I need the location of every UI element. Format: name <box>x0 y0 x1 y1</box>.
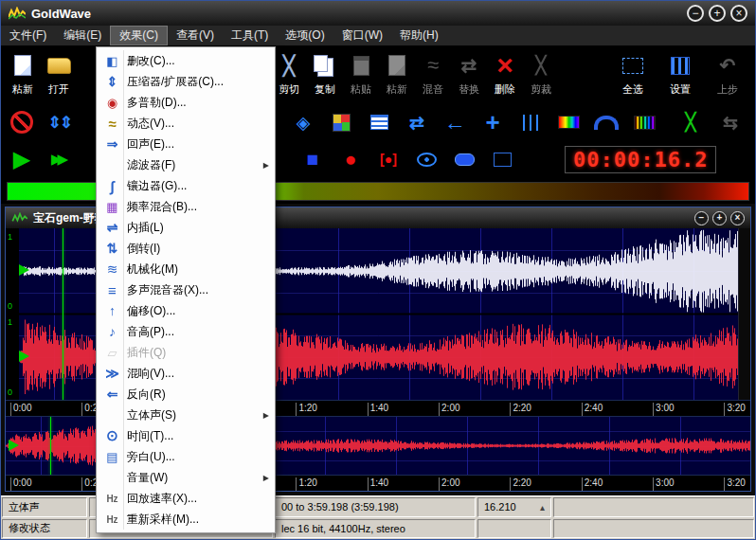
left-arrow-button[interactable] <box>441 110 468 135</box>
color-quad-button[interactable] <box>328 110 354 135</box>
menu-item-invert[interactable]: 倒转(I) <box>99 238 273 259</box>
swap-arrows-icon <box>404 110 430 135</box>
doc-close-button[interactable]: × <box>730 211 745 225</box>
scale-label: 0 <box>8 301 12 311</box>
eye-button[interactable] <box>413 147 440 171</box>
menu-item-volume[interactable]: 音量(W)▶ <box>99 467 273 488</box>
menu-item-label: 机械化(M) <box>127 261 269 278</box>
spectrum-button[interactable] <box>631 110 657 135</box>
menu-item-reverb[interactable]: 混响(V)... <box>99 363 273 384</box>
menu-item-time[interactable]: 时间(T)... <box>99 425 273 446</box>
grid-button[interactable] <box>489 147 515 171</box>
record-button[interactable] <box>337 147 364 171</box>
vertical-scrollbar[interactable] <box>738 228 750 400</box>
menu-item-stereo[interactable]: 立体声(S)▶ <box>99 405 273 425</box>
menu-item-plugin[interactable]: 插件(Q) <box>99 342 273 363</box>
fast-play-icon <box>46 147 73 171</box>
scale-label: 0 <box>8 387 12 397</box>
menu-item-pitch[interactable]: 音高(P)... <box>99 321 273 342</box>
menu-item-mechanize[interactable]: 机械化(M) <box>99 259 273 279</box>
close-button[interactable]: × <box>730 5 747 22</box>
open-button[interactable]: 打开 <box>41 49 77 97</box>
scale-label: 1 <box>8 232 12 242</box>
menu-options[interactable]: 选项(O) <box>277 26 333 45</box>
menu-tools[interactable]: 工具(T) <box>223 26 277 45</box>
faders-button[interactable] <box>517 110 544 135</box>
paste-new-button[interactable]: 粘新 <box>5 49 41 97</box>
mix-button[interactable]: 混音 <box>415 49 451 97</box>
menu-item-frequency-blend[interactable]: 频率混合(B)... <box>99 196 273 217</box>
menu-item-label: 混响(V)... <box>127 366 269 382</box>
paste-button[interactable]: 粘贴 <box>343 49 379 97</box>
maximize-button[interactable]: + <box>709 5 726 22</box>
value-cell[interactable]: 16.210 <box>477 497 551 517</box>
doc-maximize-button[interactable]: + <box>712 211 727 225</box>
play-button[interactable] <box>9 147 35 171</box>
updown-arrows-button[interactable] <box>46 110 73 135</box>
menu-help[interactable]: 帮助(H) <box>391 26 447 45</box>
play-position-icon <box>19 351 35 362</box>
arch-button[interactable] <box>593 110 620 135</box>
time-tick: 2:00 <box>439 477 459 491</box>
record-selection-button[interactable] <box>375 147 402 171</box>
menu-effects[interactable]: 效果(C) <box>110 26 168 45</box>
gray-arrows-button[interactable] <box>717 110 744 135</box>
menu-edit[interactable]: 编辑(E) <box>55 26 110 45</box>
menu-item-reverse[interactable]: 反向(R) <box>99 384 273 405</box>
up-triangle-icon[interactable] <box>540 502 545 513</box>
frequency-blend-icon <box>102 198 122 215</box>
menu-item-offset[interactable]: 偏移(O)... <box>99 300 273 321</box>
copy-button[interactable]: 复制 <box>307 49 343 97</box>
menu-item-interpolate[interactable]: 内插(L) <box>99 217 273 238</box>
no-entry-button[interactable] <box>9 110 35 135</box>
interpolate-icon <box>102 219 122 236</box>
rainbow-button[interactable] <box>555 110 582 135</box>
toolbar-label: 打开 <box>48 82 69 97</box>
toolbar-label: 混音 <box>423 82 443 97</box>
fast-play-button[interactable] <box>46 147 73 171</box>
move-cross-button[interactable] <box>479 110 506 135</box>
menu-item-playback-rate[interactable]: 回放速率(X)... <box>99 488 273 509</box>
menu-item-censor[interactable]: 删改(C)... <box>99 50 273 71</box>
minimize-button[interactable]: − <box>687 5 704 22</box>
green-x-button[interactable] <box>677 110 704 135</box>
menu-item-voice-over[interactable]: 旁白(U)... <box>99 446 273 467</box>
doc-minimize-button[interactable]: − <box>694 211 709 225</box>
time-tick: 0:00 <box>10 403 31 416</box>
swap-arrows-button[interactable] <box>404 110 430 135</box>
settings-button[interactable]: 设置 <box>662 49 698 97</box>
replace-button[interactable]: 替换 <box>451 49 487 97</box>
dynamics-icon <box>102 115 122 132</box>
menu-item-compressor[interactable]: 压缩器/扩展器(C)... <box>99 71 273 92</box>
playhead-marker[interactable] <box>63 228 63 400</box>
channel-mode-cell[interactable]: 立体声 <box>2 497 87 517</box>
modify-status-cell[interactable]: 修改状态 <box>2 519 87 539</box>
time-tick: 1:40 <box>368 403 388 416</box>
gray-arrows-icon <box>717 110 744 135</box>
select-all-button[interactable]: 全选 <box>615 49 651 97</box>
delete-button[interactable]: 删除 <box>487 49 523 97</box>
menu-view[interactable]: 查看(V) <box>168 26 223 45</box>
menu-item-dynamics[interactable]: 动态(V)... <box>99 113 273 134</box>
undo-button[interactable]: 上步 <box>710 49 746 97</box>
playlist-button[interactable] <box>366 110 392 135</box>
stop-button[interactable] <box>299 147 326 171</box>
menu-item-doppler[interactable]: 多普勒(D)... <box>99 92 273 113</box>
goldwave-logo-icon <box>9 7 26 20</box>
menu-item-filter[interactable]: 滤波器(F)▶ <box>99 154 273 175</box>
menu-item-mixer[interactable]: 多声混音器(X)... <box>99 279 273 300</box>
cut-button[interactable]: 剪切 <box>271 49 307 97</box>
play-icon <box>9 147 35 171</box>
menu-item-echo[interactable]: 回声(E)... <box>99 134 273 154</box>
playhead-marker[interactable] <box>50 417 51 475</box>
trim-button[interactable]: 剪裁 <box>523 49 559 97</box>
time-tick: 2:00 <box>439 403 459 416</box>
paste-new-button-2[interactable]: 粘新 <box>379 49 415 97</box>
compass-star-button[interactable] <box>290 110 316 135</box>
menu-item-resample[interactable]: 重新采样(M)... <box>99 509 273 530</box>
capsule-button[interactable] <box>451 147 477 171</box>
menu-window[interactable]: 窗口(W) <box>333 26 391 45</box>
menu-item-flanger[interactable]: 镶边器(G)... <box>99 175 273 196</box>
menu-file[interactable]: 文件(F) <box>1 26 55 45</box>
time-tick: 2:20 <box>510 477 531 491</box>
